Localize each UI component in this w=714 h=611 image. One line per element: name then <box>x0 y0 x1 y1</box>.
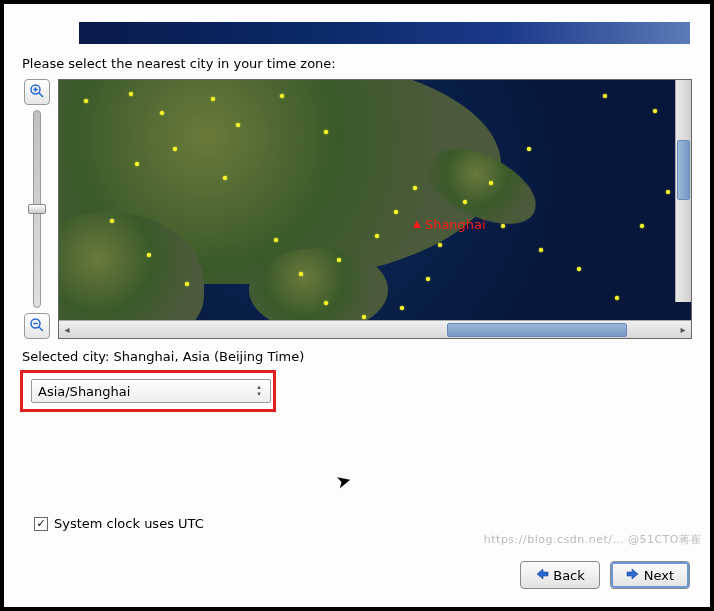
city-dot[interactable] <box>438 243 442 247</box>
city-dot[interactable] <box>653 109 657 113</box>
arrow-left-icon <box>535 568 549 583</box>
city-dot[interactable] <box>129 92 133 96</box>
svg-line-1 <box>39 92 44 97</box>
city-dot[interactable] <box>110 219 114 223</box>
city-dot[interactable] <box>539 248 543 252</box>
city-dot[interactable] <box>615 296 619 300</box>
nav-button-bar: Back Next <box>520 561 690 589</box>
city-dot[interactable] <box>501 224 505 228</box>
spinner-icon: ▴▾ <box>252 384 266 398</box>
zoom-in-button[interactable] <box>24 79 50 105</box>
next-button[interactable]: Next <box>610 561 690 589</box>
city-dot[interactable] <box>211 97 215 101</box>
selected-city-prefix: Selected city: <box>22 349 114 364</box>
utc-checkbox[interactable]: ✓ <box>34 517 48 531</box>
zoom-in-icon <box>28 82 46 103</box>
utc-checkbox-label: System clock uses UTC <box>54 516 204 531</box>
city-dot[interactable] <box>394 210 398 214</box>
zoom-slider[interactable] <box>33 110 41 308</box>
map-vertical-scrollbar[interactable] <box>675 80 691 302</box>
arrow-right-icon <box>626 568 640 583</box>
timezone-select-highlight: Asia/Shanghai ▴▾ <box>20 370 276 412</box>
city-dot[interactable] <box>426 277 430 281</box>
scroll-left-icon[interactable]: ◂ <box>59 322 75 338</box>
city-dot[interactable] <box>640 224 644 228</box>
selected-city-value: Shanghai, Asia (Beijing Time) <box>114 349 305 364</box>
map-horizontal-track[interactable] <box>75 323 675 337</box>
city-dot[interactable] <box>666 190 670 194</box>
next-button-label: Next <box>644 568 674 583</box>
zoom-out-icon <box>28 316 46 337</box>
city-dot[interactable] <box>577 267 581 271</box>
city-dot[interactable] <box>135 162 139 166</box>
city-dot[interactable] <box>375 234 379 238</box>
zoom-controls <box>22 79 52 339</box>
zoom-slider-handle[interactable] <box>28 204 46 214</box>
selected-city-line: Selected city: Shanghai, Asia (Beijing T… <box>22 349 692 364</box>
back-button[interactable]: Back <box>520 561 600 589</box>
map-horizontal-scroll-thumb[interactable] <box>447 323 627 337</box>
timezone-map-frame: Shanghai ◂ ▸ <box>58 79 692 339</box>
zoom-out-button[interactable] <box>24 313 50 339</box>
city-dot[interactable] <box>527 147 531 151</box>
watermark-text: https://blog.csdn.net/… @51CTO蒋崔 <box>484 532 702 547</box>
city-dot[interactable] <box>489 181 493 185</box>
timezone-select[interactable]: Asia/Shanghai ▴▾ <box>31 379 271 403</box>
city-dot[interactable] <box>337 258 341 262</box>
svg-line-5 <box>39 326 44 331</box>
city-dot[interactable] <box>173 147 177 151</box>
map-horizontal-scrollbar[interactable]: ◂ ▸ <box>59 320 691 338</box>
installer-banner <box>79 22 690 44</box>
city-dot[interactable] <box>400 306 404 310</box>
city-dot[interactable] <box>603 94 607 98</box>
timezone-prompt: Please select the nearest city in your t… <box>22 56 692 71</box>
timezone-select-value: Asia/Shanghai <box>38 384 252 399</box>
map-vertical-scroll-thumb[interactable] <box>677 140 690 200</box>
scroll-right-icon[interactable]: ▸ <box>675 322 691 338</box>
timezone-map[interactable]: Shanghai <box>59 80 691 320</box>
city-dot[interactable] <box>413 186 417 190</box>
mouse-cursor-icon: ➤ <box>334 468 354 492</box>
back-button-label: Back <box>553 568 585 583</box>
